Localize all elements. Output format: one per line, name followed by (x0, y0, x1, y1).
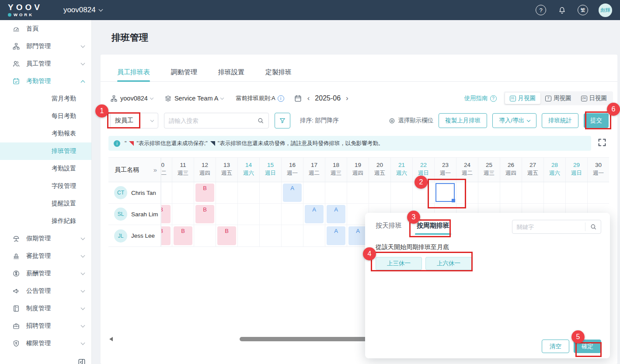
dialog-tab-by-day[interactable]: 按天排班 (376, 222, 402, 235)
language-toggle-button[interactable]: 繁 (578, 5, 588, 15)
schedule-cell[interactable]: A (303, 204, 325, 225)
company-selector[interactable]: yoov0824 (110, 95, 153, 102)
schedule-cell[interactable] (522, 182, 544, 203)
schedule-cell[interactable]: B (161, 225, 172, 246)
schedule-cell[interactable] (435, 182, 456, 203)
sidebar-item-recruitment[interactable]: 招聘管理 (0, 317, 91, 335)
confirm-button[interactable]: 確定 (574, 340, 601, 353)
sidebar-item-policy[interactable]: 制度管理 (0, 300, 91, 317)
view-day-button[interactable]: 24 日視圖 (576, 93, 612, 104)
view-month-button[interactable]: 31 月視圖 (505, 93, 541, 104)
sidebar-subitem[interactable]: 每日考勤 (0, 107, 91, 125)
current-month[interactable]: 2025-06 (315, 94, 341, 102)
schedule-cell[interactable] (260, 182, 282, 203)
team-selector[interactable]: Service Team A (164, 95, 223, 102)
date-header-22[interactable]: 22週日 (413, 158, 435, 182)
sidebar-subitem[interactable]: 提醒設置 (0, 195, 91, 212)
date-header-29[interactable]: 29週日 (566, 158, 588, 182)
schedule-cell[interactable]: A (325, 225, 347, 246)
schedule-cell[interactable] (456, 182, 478, 203)
schedule-cell[interactable] (260, 225, 282, 246)
schedule-cell[interactable]: B (216, 225, 238, 246)
view-week-button[interactable]: 7 周視圖 (540, 93, 576, 104)
date-header-13[interactable]: 13週五 (216, 158, 238, 182)
schedule-cell[interactable] (216, 204, 238, 225)
schedule-cell[interactable] (194, 225, 216, 246)
date-header-27[interactable]: 27週五 (522, 158, 544, 182)
shift-chip-a[interactable]: A (327, 226, 345, 245)
tab-employee-schedule[interactable]: 員工排班表 (117, 66, 150, 81)
shift-chip-a[interactable]: A (327, 205, 345, 223)
schedule-cell[interactable] (282, 204, 303, 225)
schedule-cell[interactable] (172, 204, 194, 225)
user-guide-link[interactable]: 使用指南 ? (464, 94, 497, 102)
schedule-cell[interactable] (238, 225, 260, 246)
date-header-21[interactable]: 21週六 (391, 158, 413, 182)
sidebar-item-holiday[interactable]: 假期管理 (0, 230, 91, 247)
date-header-12[interactable]: 12週四 (194, 158, 216, 182)
schedule-cell[interactable]: A (282, 182, 303, 203)
sidebar-item-department[interactable]: 部門管理 (0, 38, 91, 55)
sidebar-subitem[interactable]: 當月考勤 (0, 90, 91, 107)
shift-chip-b[interactable]: B (195, 205, 214, 223)
next-month-button[interactable]: › (345, 94, 349, 103)
tab-transfer-management[interactable]: 調動管理 (171, 66, 197, 81)
shift-chip-a[interactable]: A (305, 205, 324, 223)
employee-row-name[interactable]: SLSarah Lim (108, 204, 160, 225)
cycle-6on-1off-button[interactable]: 上六休一 (425, 257, 472, 270)
info-icon[interactable]: i (278, 95, 284, 102)
tab-custom-schedule[interactable]: 定製排班 (265, 66, 292, 81)
sidebar-item-employee[interactable]: 員工管理 (0, 55, 91, 73)
shift-chip-b[interactable]: B (161, 226, 171, 245)
copy-last-month-button[interactable]: 複製上月排班 (439, 113, 487, 128)
sidebar-collapse-button[interactable] (77, 358, 86, 364)
search-icon[interactable] (590, 223, 597, 230)
schedule-cell[interactable] (588, 182, 609, 203)
shift-chip-b[interactable]: B (217, 226, 236, 245)
sidebar-subitem[interactable]: 排班管理 (0, 142, 91, 160)
sidebar-item-permission[interactable]: 權限管理 (0, 335, 91, 352)
schedule-cell[interactable] (413, 182, 435, 203)
schedule-cell[interactable] (566, 182, 588, 203)
date-header-28[interactable]: 28週六 (544, 158, 566, 182)
date-header-23[interactable]: 23週一 (435, 158, 456, 182)
schedule-cell[interactable] (500, 182, 522, 203)
date-header-15[interactable]: 15週日 (260, 158, 282, 182)
sidebar-item-approval[interactable]: 審批管理 (0, 247, 91, 265)
dialog-tab-by-cycle[interactable]: 按周期排班 (417, 222, 449, 235)
date-header-25[interactable]: 25週三 (478, 158, 500, 182)
fullscreen-button[interactable] (597, 138, 607, 147)
keyword-input[interactable] (512, 224, 585, 230)
schedule-cell[interactable] (544, 182, 566, 203)
schedule-cell[interactable] (172, 182, 194, 203)
workspace-switcher[interactable]: yoov0824 (63, 6, 102, 14)
sidebar-item-attendance[interactable]: 考勤管理 (0, 73, 91, 90)
date-header-10[interactable]: 10週二 (161, 158, 172, 182)
date-header-14[interactable]: 14週六 (238, 158, 260, 182)
date-header-20[interactable]: 20週五 (369, 158, 391, 182)
date-header-16[interactable]: 16週一 (282, 158, 303, 182)
shift-chip-b[interactable]: B (195, 184, 214, 202)
schedule-cell[interactable] (260, 204, 282, 225)
date-header-17[interactable]: 17週二 (303, 158, 325, 182)
date-header-11[interactable]: 11週三 (172, 158, 194, 182)
previous-month-button[interactable]: ‹ (307, 94, 311, 103)
shift-chip-a[interactable]: A (348, 226, 367, 245)
help-button[interactable]: ? (536, 5, 546, 15)
sidebar-item-home[interactable]: 首頁 (0, 20, 91, 38)
sidebar-subitem[interactable]: 考勤報表 (0, 125, 91, 142)
schedule-cell[interactable] (161, 182, 172, 203)
schedule-cell[interactable]: A (325, 204, 347, 225)
schedule-cell[interactable] (369, 182, 391, 203)
employee-row-name[interactable]: JLJess Lee (108, 225, 160, 246)
date-header-24[interactable]: 24週二 (456, 158, 478, 182)
clear-button[interactable]: 清空 (542, 340, 569, 353)
filter-button[interactable] (275, 113, 290, 128)
schedule-cell[interactable] (282, 225, 303, 246)
sidebar-item-announcement[interactable]: 公告管理 (0, 282, 91, 300)
schedule-cell[interactable] (347, 182, 369, 203)
schedule-cell[interactable]: B (172, 225, 194, 246)
schedule-cell[interactable] (303, 182, 325, 203)
schedule-cell[interactable] (238, 182, 260, 203)
import-export-button[interactable]: 導入/導出 (492, 113, 536, 128)
